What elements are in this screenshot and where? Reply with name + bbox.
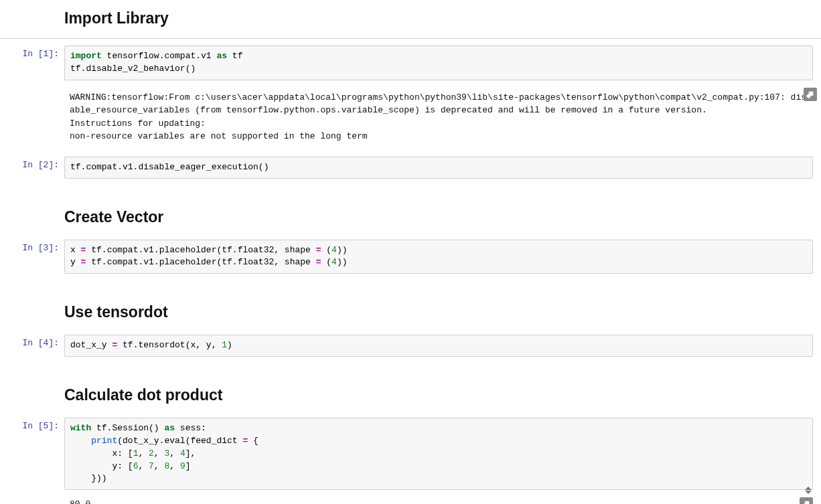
code-cell-5[interactable]: In [5]: with tf.Session() as sess: print…: [0, 415, 821, 493]
code-text: ,: [138, 461, 149, 471]
collapse-output-icon[interactable]: [804, 88, 817, 101]
code-text: x: [70, 245, 81, 255]
number-literal: 4: [180, 448, 185, 458]
prompt-empty: [0, 380, 64, 383]
prompt-empty: [0, 297, 64, 300]
input-prompt-1: In [1]:: [0, 46, 64, 59]
output-text-5: 80.0: [64, 495, 813, 504]
code-text: ,: [154, 448, 165, 458]
code-input-4[interactable]: dot_x_y = tf.tensordot(x, y, 1): [64, 335, 813, 357]
heading-import-library: Import Library: [64, 9, 813, 27]
code-text: ,: [169, 448, 180, 458]
notebook: Import Library In [1]: import tensorflow…: [0, 0, 821, 504]
number-literal: 7: [149, 461, 154, 471]
input-prompt-4: In [4]:: [0, 335, 64, 348]
input-prompt-2: In [2]:: [0, 157, 64, 170]
markdown-cell: Calculate dot product: [0, 377, 821, 415]
input-prompt-3: In [3]:: [0, 240, 64, 253]
keyword-with: with: [70, 423, 91, 433]
code-text: tensorflow.compat.v1: [102, 51, 217, 61]
code-input-5[interactable]: with tf.Session() as sess: print(dot_x_y…: [64, 418, 813, 490]
number-literal: 2: [149, 448, 154, 458]
operator-eq: =: [316, 257, 321, 267]
code-text: y: [: [70, 461, 133, 471]
markdown-cell: Use tensordot: [0, 294, 821, 332]
code-cell-2[interactable]: In [2]: tf.compat.v1.disable_eager_execu…: [0, 154, 821, 181]
keyword-as: as: [164, 423, 175, 433]
code-text: {: [248, 436, 258, 446]
code-cell-3[interactable]: In [3]: x = tf.compat.v1.placeholder(tf.…: [0, 237, 821, 277]
code-cell-4[interactable]: In [4]: dot_x_y = tf.tensordot(x, y, 1): [0, 332, 821, 359]
code-text: y: [70, 257, 81, 267]
keyword-as: as: [216, 51, 227, 61]
number-literal: 4: [331, 257, 337, 267]
code-text: (: [321, 245, 332, 255]
markdown-cell: Import Library: [0, 0, 821, 38]
code-text: ,: [138, 448, 149, 458]
code-cell-1[interactable]: In [1]: import tensorflow.compat.v1 as t…: [0, 39, 821, 83]
code-text: [70, 436, 91, 446]
prompt-empty: [0, 495, 64, 501]
output-cell-5: 80.0: [0, 493, 821, 504]
code-text: ],: [185, 448, 196, 458]
code-input-2[interactable]: tf.compat.v1.disable_eager_execution(): [64, 157, 813, 179]
heading-use-tensordot: Use tensordot: [64, 303, 813, 321]
code-text: tf.compat.v1.placeholder(tf.float32, sha…: [86, 257, 315, 267]
keyword-import: import: [70, 51, 102, 61]
code-text: tf.compat.v1.placeholder(tf.float32, sha…: [86, 245, 315, 255]
code-text: tf.tensordot(x, y,: [117, 340, 222, 350]
markdown-cell: Create Vector: [0, 199, 821, 237]
code-text: sess:: [175, 423, 206, 433]
builtin-print: print: [91, 436, 117, 446]
number-literal: 9: [180, 461, 185, 471]
code-text: ]: [185, 461, 191, 471]
number-literal: 4: [331, 245, 337, 255]
heading-create-vector: Create Vector: [64, 208, 813, 226]
code-text: ,: [154, 461, 165, 471]
code-text: tf.disable_v2_behavior(): [70, 64, 196, 74]
code-text: )): [337, 245, 348, 255]
code-input-1[interactable]: import tensorflow.compat.v1 as tf tf.dis…: [64, 46, 813, 80]
number-literal: 1: [222, 340, 227, 350]
heading-calculate-dot-product: Calculate dot product: [64, 386, 813, 404]
output-cell-1: WARNING:tensorflow:From c:\users\acer\ap…: [0, 83, 821, 149]
code-text: ): [227, 340, 232, 350]
prompt-empty: [0, 86, 64, 91]
code-text: x: [: [70, 448, 133, 458]
code-text: (dot_x_y.eval(feed_dict: [117, 436, 242, 446]
code-text: })): [70, 473, 107, 483]
code-text: tf.Session(): [91, 423, 164, 433]
scroll-output-icon[interactable]: [804, 483, 813, 497]
code-text: ,: [169, 461, 180, 471]
prompt-empty: [0, 3, 64, 6]
code-input-3[interactable]: x = tf.compat.v1.placeholder(tf.float32,…: [64, 240, 813, 274]
prompt-empty: [0, 201, 64, 205]
output-text-1: WARNING:tensorflow:From c:\users\acer\ap…: [64, 86, 813, 146]
code-text: tf.compat.v1.disable_eager_execution(): [70, 162, 269, 172]
operator-eq: =: [316, 245, 321, 255]
collapse-output-icon[interactable]: [800, 497, 813, 504]
code-text: tf: [227, 51, 242, 61]
code-text: (: [321, 257, 332, 267]
input-prompt-5: In [5]:: [0, 418, 64, 431]
code-text: )): [337, 257, 348, 267]
code-text: dot_x_y: [70, 340, 112, 350]
